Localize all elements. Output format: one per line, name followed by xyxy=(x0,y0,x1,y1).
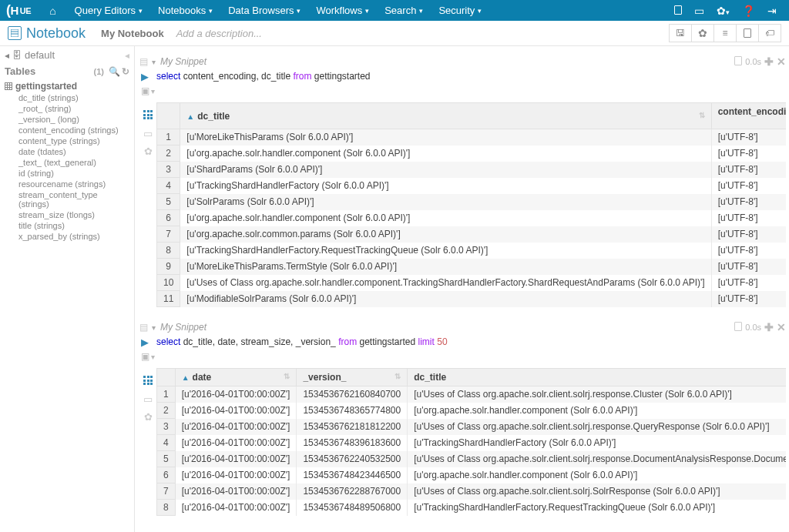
settings-icon[interactable]: ✿▾ xyxy=(717,5,730,17)
drag-handle-icon[interactable]: ▤ xyxy=(139,56,147,67)
table-row[interactable]: 2[u'2016-04-01T00:00:00Z']15345367483657… xyxy=(157,403,787,419)
add-snippet-icon[interactable]: ✚ xyxy=(764,55,774,68)
table-row[interactable]: 4[u'TrackingShardHandlerFactory (Solr 6.… xyxy=(157,178,787,194)
collapse-icon[interactable]: ▾ xyxy=(152,323,156,332)
run-button[interactable]: ▶ xyxy=(141,71,149,82)
settings-button[interactable]: ✿ xyxy=(691,24,714,42)
drag-handle-icon[interactable]: ▤ xyxy=(139,322,147,333)
brand-logo[interactable]: (HUE xyxy=(6,2,31,18)
table-row[interactable]: 8[u'2016-04-01T00:00:00Z']15345367484895… xyxy=(157,500,787,516)
column-item[interactable]: stream_size (tlongs) xyxy=(0,209,134,220)
column-header[interactable]: _version_⇅ xyxy=(297,369,408,386)
grid-view-icon[interactable] xyxy=(143,376,153,387)
table-row[interactable]: 7[u'org.apache.solr.common.params (Solr … xyxy=(157,226,787,243)
chevron-down-icon[interactable]: ▾ xyxy=(151,85,155,96)
snippet-name[interactable]: My Snippet xyxy=(160,322,206,333)
nav-query-editors[interactable]: Query Editors ▾ xyxy=(75,5,143,16)
result-file-icon[interactable] xyxy=(734,56,742,68)
table-row[interactable]: 1[u'MoreLikeThisParams (Solr 6.0.0 API)'… xyxy=(157,129,787,146)
more-icon[interactable]: ✿ xyxy=(144,146,153,157)
nav-search[interactable]: Search ▾ xyxy=(384,5,423,16)
table-row[interactable]: 3[u'ShardParams (Solr 6.0.0 API)'][u'UTF… xyxy=(157,162,787,178)
cell: [u'org.apache.solr.handler.component (So… xyxy=(408,467,786,483)
column-header[interactable]: dc_title⇅ xyxy=(408,369,786,386)
list-button[interactable]: ≡ xyxy=(713,24,737,42)
save-button[interactable]: 🖫 xyxy=(669,24,692,42)
column-item[interactable]: dc_title (strings) xyxy=(0,92,134,103)
column-header[interactable]: content_encoding⇅ xyxy=(711,103,786,129)
close-snippet-icon[interactable]: ✕ xyxy=(777,55,786,68)
table-row[interactable]: 1[u'2016-04-01T00:00:00Z']15345367621608… xyxy=(157,386,787,403)
new-file-button[interactable] xyxy=(736,24,759,42)
nav-workflows[interactable]: Workflows ▾ xyxy=(316,5,369,16)
column-item[interactable]: _version_ (long) xyxy=(0,114,134,125)
column-header[interactable]: ▲dc_title⇅ xyxy=(180,103,711,129)
notebook-description[interactable]: Add a description... xyxy=(176,28,262,39)
file-icon[interactable] xyxy=(674,5,682,17)
grid-view-icon[interactable] xyxy=(143,110,153,122)
add-snippet-icon[interactable]: ✚ xyxy=(764,321,774,333)
logout-icon[interactable]: ⇥ xyxy=(767,5,777,17)
cell: [u'2016-04-01T00:00:00Z'] xyxy=(175,483,297,500)
more-icon[interactable]: ✿ xyxy=(144,411,153,423)
collapse-icon[interactable]: ▾ xyxy=(152,58,156,66)
nav-notebooks[interactable]: Notebooks ▾ xyxy=(158,5,213,16)
table-row[interactable]: 4[u'2016-04-01T00:00:00Z']15345367483961… xyxy=(157,435,787,451)
cell: 1534536748423446500 xyxy=(297,467,408,483)
result-file-icon[interactable] xyxy=(734,322,742,333)
row-number: 7 xyxy=(157,483,176,500)
table-row[interactable]: 11[u'ModifiableSolrParams (Solr 6.0.0 AP… xyxy=(157,291,787,307)
table-row[interactable]: 9[u'MoreLikeThisParams.TermStyle (Solr 6… xyxy=(157,259,787,275)
view-mode-icon[interactable]: ▣ xyxy=(141,351,149,362)
database-name[interactable]: default xyxy=(25,49,125,61)
chart-view-icon[interactable]: ▭ xyxy=(143,393,153,405)
help-icon[interactable]: ❓ xyxy=(742,5,755,17)
card-icon[interactable]: ▭ xyxy=(694,5,704,17)
cell: [u'2016-04-01T00:00:00Z'] xyxy=(175,419,297,435)
column-item[interactable]: content_encoding (strings) xyxy=(0,125,134,136)
query-editor[interactable]: select content_encoding, dc_title from g… xyxy=(156,71,371,82)
cell: 1534536762160840700 xyxy=(297,386,408,403)
chart-view-icon[interactable]: ▭ xyxy=(143,128,153,139)
column-item[interactable]: x_parsed_by (strings) xyxy=(0,231,134,242)
close-snippet-icon[interactable]: ✕ xyxy=(777,321,786,333)
refresh-icon[interactable]: ↻ xyxy=(122,66,129,77)
column-item[interactable]: id (string) xyxy=(0,168,134,179)
notebook-header: Notebook My Notebook Add a description..… xyxy=(0,21,789,46)
home-icon[interactable]: ⌂ xyxy=(49,5,55,17)
column-item[interactable]: title (strings) xyxy=(0,220,134,231)
table-row[interactable]: 5[u'2016-04-01T00:00:00Z']15345367622405… xyxy=(157,451,787,467)
nav-data-browsers[interactable]: Data Browsers ▾ xyxy=(228,5,300,16)
row-number: 4 xyxy=(157,178,180,194)
cell: [u'MoreLikeThisParams.TermStyle (Solr 6.… xyxy=(180,259,711,275)
table-row[interactable]: 3[u'2016-04-01T00:00:00Z']15345367621818… xyxy=(157,419,787,435)
collapse-sidebar-icon[interactable]: ◂ xyxy=(125,50,129,61)
search-icon[interactable]: 🔍 xyxy=(109,66,120,77)
view-mode-icon[interactable]: ▣ xyxy=(141,85,149,96)
table-row[interactable]: 10[u'Uses of Class org.apache.solr.handl… xyxy=(157,275,787,291)
table-row[interactable]: 2[u'org.apache.solr.handler.component (S… xyxy=(157,146,787,162)
table-row[interactable]: 5[u'SolrParams (Solr 6.0.0 API)'][u'UTF-… xyxy=(157,194,787,210)
table-row[interactable]: 6[u'org.apache.solr.handler.component (S… xyxy=(157,210,787,226)
table-row[interactable]: 6[u'2016-04-01T00:00:00Z']15345367484234… xyxy=(157,467,787,483)
column-item[interactable]: resourcename (strings) xyxy=(0,179,134,189)
cell: [u'2016-04-01T00:00:00Z'] xyxy=(175,435,297,451)
table-row[interactable]: 7[u'2016-04-01T00:00:00Z']15345367622887… xyxy=(157,483,787,500)
tag-button[interactable]: 🏷 xyxy=(758,24,781,42)
notebook-name[interactable]: My Notebook xyxy=(101,28,164,39)
table-item[interactable]: gettingstarted xyxy=(0,80,134,92)
column-item[interactable]: date (tdates) xyxy=(0,146,134,157)
table-row[interactable]: 8[u'TrackingShardHandlerFactory.RequestT… xyxy=(157,243,787,259)
nav-security[interactable]: Security ▾ xyxy=(438,5,482,16)
query-editor[interactable]: select dc_title, date, stream_size, _ver… xyxy=(156,336,448,347)
snippet-name[interactable]: My Snippet xyxy=(160,56,206,67)
column-item[interactable]: content_type (strings) xyxy=(0,136,134,146)
run-button[interactable]: ▶ xyxy=(141,336,149,348)
snippet: ▤ ▾ My Snippet 0.0s ✚ ✕ ▶ select dc_titl… xyxy=(139,320,786,516)
db-chevron-icon[interactable]: ◂ xyxy=(5,50,9,61)
column-item[interactable]: _text_ (text_general) xyxy=(0,157,134,168)
chevron-down-icon[interactable]: ▾ xyxy=(151,351,155,362)
column-header[interactable]: ▲date⇅ xyxy=(175,369,297,386)
column-item[interactable]: stream_content_type (strings) xyxy=(0,189,134,209)
column-item[interactable]: _root_ (string) xyxy=(0,103,134,114)
